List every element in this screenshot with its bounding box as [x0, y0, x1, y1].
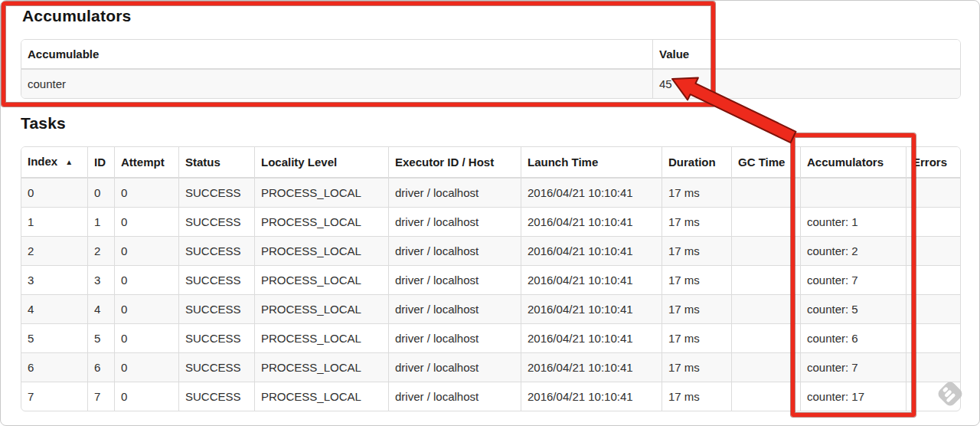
- tasks-section-title: Tasks: [21, 114, 66, 133]
- column-header-label: Attempt: [121, 156, 165, 169]
- table-cell: counter: 7: [800, 265, 906, 294]
- table-row: 000SUCCESSPROCESS_LOCALdriver / localhos…: [21, 179, 960, 207]
- table-cell: 0: [87, 179, 114, 207]
- table-cell: driver / localhost: [388, 294, 521, 323]
- column-header-label: Locality Level: [261, 156, 337, 169]
- table-cell: counter: 7: [800, 352, 906, 382]
- table-cell: PROCESS_LOCAL: [254, 382, 388, 411]
- table-cell: 0: [114, 382, 178, 411]
- table-cell: 6: [21, 352, 87, 382]
- table-cell: 3: [87, 265, 114, 294]
- table-cell: SUCCESS: [178, 382, 254, 411]
- table-cell: 17 ms: [662, 323, 731, 352]
- table-cell: 2: [87, 236, 114, 265]
- table-cell: [906, 207, 960, 236]
- table-cell: 0: [21, 179, 87, 207]
- column-header-label: Accumulable: [28, 48, 99, 61]
- column-header-label: Status: [185, 156, 220, 169]
- column-header-attempt[interactable]: Attempt: [114, 147, 178, 179]
- table-cell: PROCESS_LOCAL: [254, 294, 388, 323]
- table-cell: counter: 5: [800, 294, 906, 323]
- table-cell: 0: [114, 236, 178, 265]
- table-cell: 1: [87, 207, 114, 236]
- table-cell: 17 ms: [662, 179, 731, 207]
- table-cell: 6: [87, 352, 114, 382]
- table-cell: 2016/04/21 10:10:41: [521, 207, 662, 236]
- column-header-label: Accumulators: [807, 156, 884, 169]
- table-cell: 3: [21, 265, 87, 294]
- table-cell: PROCESS_LOCAL: [254, 265, 388, 294]
- table-cell: [731, 236, 800, 265]
- column-header-locality-level[interactable]: Locality Level: [254, 147, 388, 179]
- table-cell: 0: [114, 179, 178, 207]
- table-cell: SUCCESS: [178, 323, 254, 352]
- column-header-label: Launch Time: [528, 156, 598, 169]
- table-cell: SUCCESS: [178, 294, 254, 323]
- table-cell: 0: [114, 265, 178, 294]
- table-cell: 17 ms: [662, 236, 731, 265]
- table-cell: 1: [21, 207, 87, 236]
- table-cell: 17 ms: [662, 265, 731, 294]
- table-cell: SUCCESS: [178, 236, 254, 265]
- table-cell: 17 ms: [662, 382, 731, 411]
- table-cell: 45: [652, 70, 960, 98]
- column-header-errors[interactable]: Errors: [906, 147, 960, 179]
- table-cell: [906, 323, 960, 352]
- table-cell: SUCCESS: [178, 265, 254, 294]
- table-cell: PROCESS_LOCAL: [254, 179, 388, 207]
- table-cell: 5: [87, 323, 114, 352]
- table-cell: driver / localhost: [388, 323, 521, 352]
- table-cell: 0: [114, 352, 178, 382]
- table-cell: [906, 179, 960, 207]
- column-header-label: Executor ID / Host: [395, 156, 494, 169]
- feedly-watermark-icon: [936, 379, 965, 408]
- table-row: 330SUCCESSPROCESS_LOCALdriver / localhos…: [21, 265, 960, 294]
- table-cell: [731, 382, 800, 411]
- table-cell: driver / localhost: [388, 265, 521, 294]
- table-cell: [731, 294, 800, 323]
- column-header-executor-id-host[interactable]: Executor ID / Host: [388, 147, 521, 179]
- table-row: 770SUCCESSPROCESS_LOCALdriver / localhos…: [21, 382, 960, 411]
- table-cell: 17 ms: [662, 207, 731, 236]
- column-header-label: GC Time: [738, 156, 785, 169]
- table-cell: 7: [21, 382, 87, 411]
- column-header-id[interactable]: ID: [87, 147, 114, 179]
- table-cell: 7: [87, 382, 114, 411]
- table-cell: [731, 323, 800, 352]
- table-cell: counter: 1: [800, 207, 906, 236]
- column-header-label: ID: [94, 156, 106, 169]
- column-header-gc-time[interactable]: GC Time: [731, 147, 800, 179]
- table-cell: 0: [114, 207, 178, 236]
- table-row: 440SUCCESSPROCESS_LOCALdriver / localhos…: [21, 294, 960, 323]
- table-cell: 2016/04/21 10:10:41: [521, 323, 662, 352]
- table-cell: 17 ms: [662, 294, 731, 323]
- table-cell: driver / localhost: [388, 179, 521, 207]
- column-header-label: Duration: [668, 156, 716, 169]
- column-header-launch-time[interactable]: Launch Time: [521, 147, 662, 179]
- table-cell: 4: [87, 294, 114, 323]
- column-header-status[interactable]: Status: [178, 147, 254, 179]
- column-header-accumulators[interactable]: Accumulators: [800, 147, 906, 179]
- table-cell: SUCCESS: [178, 207, 254, 236]
- table-cell: driver / localhost: [388, 207, 521, 236]
- table-cell: [731, 265, 800, 294]
- table-cell: [731, 207, 800, 236]
- column-header-index[interactable]: Index▲: [21, 147, 87, 179]
- table-row: 110SUCCESSPROCESS_LOCALdriver / localhos…: [21, 207, 960, 236]
- table-cell: counter: 2: [800, 236, 906, 265]
- table-row: 550SUCCESSPROCESS_LOCALdriver / localhos…: [21, 323, 960, 352]
- table-cell: 17 ms: [662, 352, 731, 382]
- table-cell: [731, 352, 800, 382]
- spark-ui-stage-page: Accumulators AccumulableValuecounter45 T…: [0, 0, 980, 426]
- table-cell: 2016/04/21 10:10:41: [521, 179, 662, 207]
- table-cell: 2016/04/21 10:10:41: [521, 236, 662, 265]
- table-cell: driver / localhost: [388, 382, 521, 411]
- table-cell: PROCESS_LOCAL: [254, 236, 388, 265]
- table-cell: driver / localhost: [388, 236, 521, 265]
- column-header-duration[interactable]: Duration: [662, 147, 731, 179]
- table-cell: [906, 294, 960, 323]
- table-cell: 4: [21, 294, 87, 323]
- table-cell: [906, 352, 960, 382]
- tasks-table: Index▲IDAttemptStatusLocality LevelExecu…: [21, 147, 960, 411]
- table-cell: 5: [21, 323, 87, 352]
